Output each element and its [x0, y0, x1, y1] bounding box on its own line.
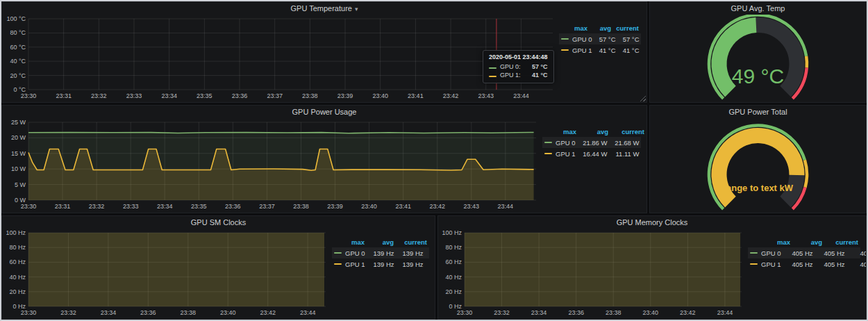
chart-plot-gpu-temperature[interactable]: 0 °C20 °C40 °C60 °C80 °C100 °C23:3023:31…	[5, 14, 556, 101]
legend-row-gpu-1: GPU 116.44 W11.11 W9.79 W	[542, 148, 641, 159]
panel-gpu-power-usage: GPU Power Usage 0 W5 W10 W15 W20 W25 W23…	[1, 105, 647, 213]
legend-series-name[interactable]: GPU 0	[750, 249, 781, 257]
svg-text:23:32: 23:32	[494, 309, 510, 316]
svg-text:23:34: 23:34	[531, 309, 547, 316]
svg-text:80 °C: 80 °C	[10, 29, 26, 36]
panel-gpu-sm-clocks: GPU SM Clocks 0 Hz20 Hz40 Hz60 Hz80 Hz10…	[1, 215, 435, 320]
legend-header-avg[interactable]: avg	[587, 24, 611, 32]
panel-title-text: GPU Temperature	[291, 4, 352, 13]
svg-text:23:44: 23:44	[498, 203, 514, 210]
gauge-gpu-power-total: range to text kW	[650, 118, 866, 211]
legend-value: 16.44 W	[576, 150, 608, 158]
legend-header-current[interactable]: current	[611, 24, 639, 32]
legend-value: 9.79 W	[640, 150, 647, 158]
legend-header-current[interactable]: current	[394, 238, 427, 246]
legend-header-max[interactable]: max	[758, 238, 790, 246]
legend-value: 21.77 W	[640, 139, 647, 147]
chart-plot-gpu-sm-clocks[interactable]: 0 Hz20 Hz40 Hz60 Hz80 Hz100 Hz23:3023:32…	[5, 228, 329, 318]
legend-header-current[interactable]: current	[608, 128, 644, 135]
legend-row-gpu-1: GPU 1139 Hz139 Hz139 Hz	[332, 258, 429, 270]
legend-series-name[interactable]: GPU 1	[561, 47, 592, 54]
svg-text:80 Hz: 80 Hz	[9, 244, 26, 251]
svg-text:23:37: 23:37	[267, 92, 283, 99]
legend-header-max[interactable]: max	[564, 24, 587, 32]
panel-title-gpu-power-usage[interactable]: GPU Power Usage	[2, 108, 646, 116]
svg-text:23:44: 23:44	[717, 309, 733, 316]
chart-area: 0 °C20 °C40 °C60 °C80 °C100 °C23:3023:31…	[5, 14, 645, 101]
svg-text:23:42: 23:42	[680, 309, 696, 316]
svg-text:23:40: 23:40	[372, 92, 388, 99]
legend-header-max[interactable]: max	[335, 238, 365, 246]
gauge-svg: range to text kW	[650, 118, 866, 211]
series-swatch	[750, 252, 758, 254]
legend-value: 57 °C	[592, 35, 616, 43]
svg-text:23:32: 23:32	[89, 203, 105, 210]
panel-gpu-avg-temp: GPU Avg. Temp 49 °C	[649, 1, 867, 103]
svg-text:23:44: 23:44	[513, 92, 529, 99]
series-swatch	[544, 142, 552, 143]
legend-value: 139 Hz	[394, 261, 424, 268]
legend-series-name[interactable]: GPU 0	[334, 249, 365, 257]
svg-text:60 Hz: 60 Hz	[9, 258, 26, 265]
series-swatch	[489, 67, 496, 69]
chart-legend-gpu-sm-clocks: maxavgcurrentGPU 0139 Hz139 Hz139 HzGPU …	[329, 228, 433, 318]
panel-title-gpu-avg-temp[interactable]: GPU Avg. Temp	[650, 4, 866, 13]
svg-text:23:38: 23:38	[302, 92, 318, 99]
chart-plot-gpu-memory-clocks[interactable]: 0 Hz20 Hz40 Hz60 Hz80 Hz100 Hz23:3023:32…	[441, 228, 745, 318]
legend-value: 139 Hz	[394, 249, 424, 257]
svg-text:23:39: 23:39	[337, 92, 353, 99]
tooltip-series-row: GPU 0:57 °C	[489, 63, 548, 71]
legend-header-avg[interactable]: avg	[365, 238, 394, 246]
svg-text:23:40: 23:40	[220, 309, 236, 316]
svg-text:60 Hz: 60 Hz	[445, 258, 462, 265]
chart-plot-gpu-power-usage[interactable]: 0 W5 W10 W15 W20 W25 W23:3023:3123:3223:…	[5, 117, 540, 211]
svg-text:10 W: 10 W	[11, 165, 26, 172]
svg-text:23:42: 23:42	[429, 203, 445, 210]
svg-text:20 W: 20 W	[11, 134, 26, 141]
gauge-gpu-avg-temp: 49 °C	[650, 15, 866, 101]
series-swatch	[544, 153, 552, 154]
legend-series-name[interactable]: GPU 1	[334, 261, 365, 268]
panel-title-gpu-sm-clocks[interactable]: GPU SM Clocks	[2, 218, 435, 227]
legend-value: 405 Hz	[845, 261, 867, 268]
legend-value: 139 Hz	[424, 249, 435, 257]
series-swatch	[334, 263, 342, 265]
gauge-value: 49 °C	[732, 65, 784, 88]
svg-text:23:43: 23:43	[478, 92, 494, 99]
legend-series-name[interactable]: GPU 1	[544, 150, 576, 158]
legend-header-avg[interactable]: avg	[790, 238, 822, 246]
chart-area: 0 Hz20 Hz40 Hz60 Hz80 Hz100 Hz23:3023:32…	[441, 228, 865, 318]
svg-text:23:38: 23:38	[293, 203, 309, 210]
legend-value: 405 Hz	[781, 261, 813, 268]
dashboard-row-2: GPU Power Usage 0 W5 W10 W15 W20 W25 W23…	[1, 105, 867, 213]
gauge-svg: 49 °C	[650, 15, 866, 101]
svg-text:100 Hz: 100 Hz	[442, 229, 462, 236]
legend-series-name[interactable]: GPU 0	[544, 139, 576, 147]
legend-value: 41 °C	[616, 47, 640, 54]
chart-legend-gpu-memory-clocks: maxavgcurrentGPU 0405 Hz405 Hz405 HzGPU …	[745, 228, 865, 318]
legend-header-max[interactable]: max	[544, 128, 576, 135]
legend-header-current[interactable]: current	[822, 238, 858, 246]
svg-text:23:31: 23:31	[56, 92, 72, 99]
svg-text:23:38: 23:38	[181, 309, 197, 316]
legend-value: 405 Hz	[813, 249, 845, 257]
svg-text:23:33: 23:33	[123, 203, 139, 210]
legend-series-name[interactable]: GPU 0	[561, 35, 592, 43]
svg-text:23:41: 23:41	[408, 92, 424, 99]
chart-legend-gpu-temperature: maxavgcurrentGPU 057 °C57 °C57 °CGPU 141…	[556, 14, 645, 101]
panel-title-gpu-power-total[interactable]: GPU Power Total	[650, 108, 866, 116]
svg-text:23:30: 23:30	[21, 309, 37, 316]
svg-text:40 Hz: 40 Hz	[9, 274, 26, 281]
panel-title-gpu-memory-clocks[interactable]: GPU Memory Clocks	[438, 218, 866, 227]
legend-row-gpu-1: GPU 1405 Hz405 Hz405 Hz	[748, 258, 860, 270]
chart-tooltip: 2020-05-01 23:44:48GPU 0:57 °CGPU 1:41 °…	[483, 50, 554, 83]
legend-series-name[interactable]: GPU 1	[750, 261, 781, 268]
svg-text:5 W: 5 W	[15, 181, 26, 188]
series-swatch	[334, 252, 342, 254]
svg-text:23:36: 23:36	[232, 92, 248, 99]
svg-text:23:39: 23:39	[327, 203, 343, 210]
legend-row-gpu-0: GPU 021.86 W21.68 W21.77 W	[542, 137, 641, 148]
legend-header-avg[interactable]: avg	[576, 128, 608, 135]
panel-title-gpu-temperature[interactable]: GPU Temperature▾	[2, 4, 646, 13]
legend-value: 139 Hz	[365, 261, 394, 268]
